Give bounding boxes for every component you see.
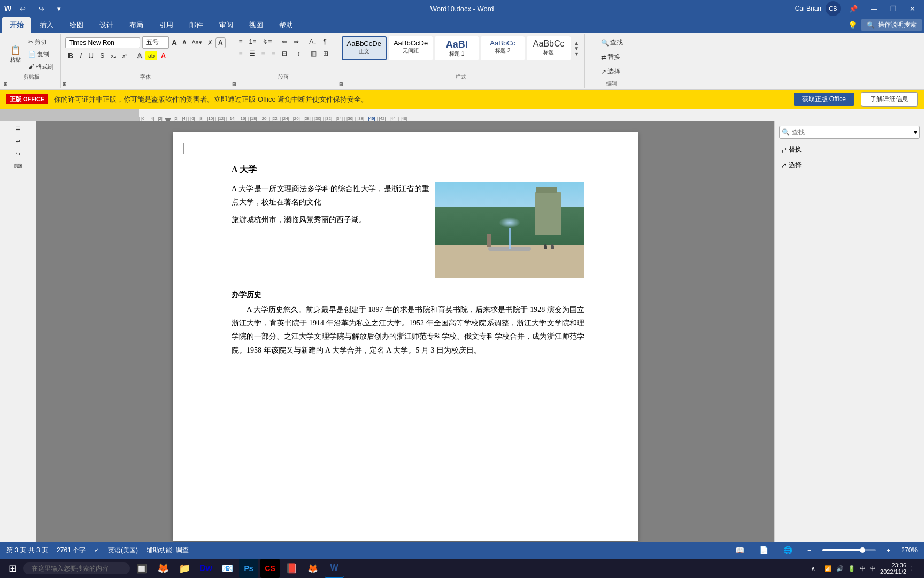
select-button[interactable]: ↗ 选择 xyxy=(598,65,626,78)
sort-button[interactable]: A↓ xyxy=(306,36,319,47)
tab-start[interactable]: 开始 xyxy=(2,17,31,33)
decrease-indent-button[interactable]: ⇐ xyxy=(279,36,290,47)
restore-button[interactable]: ❐ xyxy=(886,3,901,15)
bold-button[interactable]: B xyxy=(65,50,76,62)
taskbar-app-mail[interactable]: 📧 xyxy=(218,559,237,578)
taskbar-app-acrobat[interactable]: 📕 xyxy=(282,559,301,578)
shading-button[interactable]: ▥ xyxy=(308,48,319,59)
paste-button[interactable]: 📋粘贴 xyxy=(6,40,25,70)
cut-button[interactable]: ✂ 剪切 xyxy=(26,36,56,48)
user-avatar[interactable]: CB xyxy=(826,1,841,16)
style-heading1[interactable]: AaBi 标题 1 xyxy=(435,36,479,60)
time-display[interactable]: 23:36 2022/11/2 xyxy=(880,562,906,575)
taskbar-app-word[interactable]: W xyxy=(325,559,344,578)
taskbar-app-dreamweaver[interactable]: Dw xyxy=(196,559,215,578)
styles-expand[interactable]: ▾ xyxy=(574,51,579,57)
ribbon-search-label[interactable]: 操作说明搜索 xyxy=(878,20,917,29)
tab-help[interactable]: 帮助 xyxy=(272,17,301,33)
justify-button[interactable]: ≡ xyxy=(269,48,278,59)
quick-access-more[interactable]: ▾ xyxy=(53,3,65,15)
find-options-icon[interactable]: ▾ xyxy=(914,128,917,136)
font-expand-button[interactable]: ⊞ xyxy=(61,81,68,87)
zoom-slider-thumb[interactable] xyxy=(860,547,865,553)
styles-expand-button[interactable]: ⊞ xyxy=(337,81,345,87)
find-input[interactable] xyxy=(792,128,912,136)
text-format-button[interactable]: A xyxy=(215,37,226,48)
taskbar-app-files[interactable]: 📁 xyxy=(175,559,194,578)
paragraph-expand-button[interactable]: ⊞ xyxy=(230,81,238,87)
quick-access-redo[interactable]: ↪ xyxy=(34,3,49,15)
minimize-button[interactable]: — xyxy=(866,3,882,15)
show-desktop-button[interactable] xyxy=(911,566,920,571)
ribbon-pin-button[interactable]: 📌 xyxy=(845,3,862,15)
styles-scroll-down[interactable]: ▼ xyxy=(574,46,579,51)
sidebar-tool-2[interactable]: ↩ xyxy=(2,136,34,147)
increase-indent-button[interactable]: ⇒ xyxy=(291,36,302,47)
borders-button[interactable]: ⊞ xyxy=(320,48,331,59)
tab-layout[interactable]: 布局 xyxy=(122,17,151,33)
underline-button[interactable]: U xyxy=(86,50,96,62)
zoom-out-button[interactable]: − xyxy=(803,544,816,557)
tab-design[interactable]: 设计 xyxy=(92,17,121,33)
subscript-button[interactable]: x₂ xyxy=(108,51,119,61)
multilevel-button[interactable]: ↯≡ xyxy=(260,36,274,47)
numbering-button[interactable]: 1≡ xyxy=(247,36,259,47)
highlight-button[interactable]: ab xyxy=(145,51,157,60)
italic-button[interactable]: I xyxy=(77,50,84,62)
taskbar-app-multitask[interactable]: 🔲 xyxy=(132,559,151,578)
font-size-selector[interactable]: 五号 xyxy=(142,36,169,49)
style-normal[interactable]: AaBbCcDe 正文 xyxy=(342,36,387,60)
strikethrough-button[interactable]: S xyxy=(97,50,107,61)
tab-review[interactable]: 审阅 xyxy=(212,17,241,33)
copy-button[interactable]: 📄 复制 xyxy=(26,49,56,60)
align-right-button[interactable]: ≡ xyxy=(259,48,268,59)
show-hide-button[interactable]: ¶ xyxy=(320,36,329,47)
distribute-button[interactable]: ⊟ xyxy=(279,48,290,59)
taskbar-app-firefox[interactable]: 🦊 xyxy=(153,559,173,578)
document-area[interactable]: A 大学 xyxy=(36,121,774,552)
find-button[interactable]: 🔍 查找 xyxy=(598,36,626,49)
font-name-selector[interactable]: Times New Ron xyxy=(65,37,140,48)
bullets-button[interactable]: ≡ xyxy=(236,36,245,47)
style-no-spacing[interactable]: AaBbCcDe 无间距 xyxy=(389,36,433,60)
line-spacing-button[interactable]: ↕ xyxy=(295,48,303,59)
sidebar-tool-3[interactable]: ↪ xyxy=(2,148,34,159)
taskbar-app-cs[interactable]: CS xyxy=(260,559,280,578)
get-genuine-button[interactable]: 获取正版 Office xyxy=(794,93,854,106)
text-effect-button[interactable]: A xyxy=(135,50,144,61)
tab-mailings[interactable]: 邮件 xyxy=(182,17,211,33)
sidebar-tool-1[interactable]: ☰ xyxy=(2,124,34,135)
style-heading2[interactable]: AaBbCc 标题 2 xyxy=(481,36,525,60)
replace-button[interactable]: ⇄ 替换 xyxy=(598,51,626,63)
clear-format-button[interactable]: ✗ xyxy=(205,37,215,48)
input-method[interactable]: 中 xyxy=(860,565,866,573)
tab-references[interactable]: 引用 xyxy=(152,17,181,33)
superscript-button[interactable]: x² xyxy=(120,51,130,60)
close-button[interactable]: ✕ xyxy=(905,3,920,15)
taskbar-search-input[interactable] xyxy=(23,562,130,574)
quick-access-undo[interactable]: ↩ xyxy=(16,3,30,15)
read-view-button[interactable]: 📖 xyxy=(731,544,749,557)
page-view-button[interactable]: 📄 xyxy=(755,544,773,557)
styles-scroll-up[interactable]: ▲ xyxy=(574,41,579,46)
align-left-button[interactable]: ≡ xyxy=(236,48,245,59)
tab-view[interactable]: 视图 xyxy=(242,17,271,33)
accessibility[interactable]: 辅助功能: 调查 xyxy=(147,546,189,555)
font-shrink-button[interactable]: A xyxy=(180,38,189,47)
tab-insert[interactable]: 插入 xyxy=(32,17,61,33)
zoom-in-button[interactable]: + xyxy=(882,544,895,557)
sidebar-tool-4[interactable]: ⌨ xyxy=(2,161,34,172)
center-button[interactable]: ☰ xyxy=(247,48,258,59)
taskbar-app-foxitphantom[interactable]: 🦊 xyxy=(303,559,322,578)
tab-draw[interactable]: 绘图 xyxy=(62,17,91,33)
font-grow-button[interactable]: A xyxy=(169,37,180,49)
web-view-button[interactable]: 🌐 xyxy=(779,544,797,557)
font-color-button[interactable]: A xyxy=(158,50,168,61)
zoom-slider[interactable] xyxy=(822,549,876,551)
taskbar-app-ps[interactable]: Ps xyxy=(239,559,258,578)
format-painter-button[interactable]: 🖌 格式刷 xyxy=(26,61,56,72)
clipboard-expand-button[interactable]: ⊞ xyxy=(2,81,10,87)
system-tray-expand[interactable]: ∧ xyxy=(806,562,820,575)
start-button[interactable]: ⊞ xyxy=(4,560,21,576)
style-title[interactable]: AaBbCc 标题 xyxy=(527,36,571,60)
